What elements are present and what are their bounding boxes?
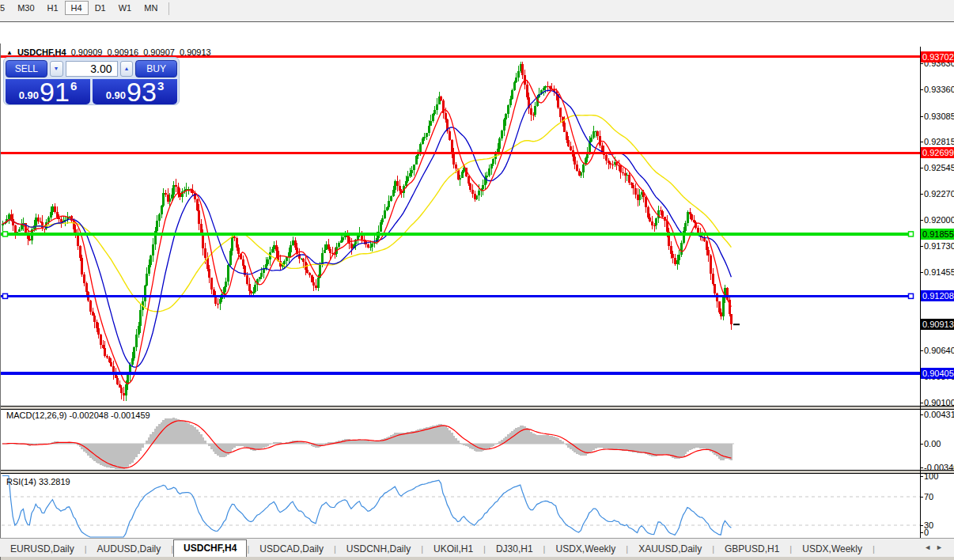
rsi-tick-label: 0 xyxy=(924,528,929,537)
tab-usdcad-daily[interactable]: USDCAD,Daily xyxy=(249,540,334,557)
macd-tick-label: 0.00 xyxy=(924,439,941,448)
chart-tab-bar: EURUSD,Daily|AUDUSD,Daily|USDCHF,H4|USDC… xyxy=(0,538,954,557)
price-tick-mark xyxy=(920,194,923,195)
price-tick-label: 0.91730 xyxy=(924,241,954,251)
ohlc-high: 0.90916 xyxy=(107,47,138,57)
tab-audusd-daily[interactable]: AUDUSD,Daily xyxy=(87,540,172,557)
moving-averages xyxy=(2,80,731,384)
buy-price-display[interactable]: 0.90 93 3 xyxy=(93,79,177,104)
tab-eurusd-daily[interactable]: EURUSD,Daily xyxy=(0,540,85,557)
tab-ukoil-h1[interactable]: UKOil,H1 xyxy=(423,540,483,557)
collapse-triangle-icon[interactable]: ▲ xyxy=(6,49,13,56)
rsi-tick-mark xyxy=(920,532,923,533)
mt4-window: 5M30H1H4D1W1MN ▲ USDCHF,H4 0.90909 0.909… xyxy=(0,0,954,560)
panel-separator[interactable] xyxy=(0,470,954,474)
price-tick-label: 0.92545 xyxy=(924,163,954,172)
tab-scroll-right-icon[interactable]: ► xyxy=(936,543,948,551)
price-tick-mark xyxy=(920,89,923,90)
price-tick-mark xyxy=(920,220,923,221)
price-tick-mark xyxy=(920,142,923,142)
sell-price-prefix: 0.90 xyxy=(19,89,39,101)
volume-decrease-button[interactable]: ▼ xyxy=(50,61,63,77)
tab-usdx-weekly[interactable]: USDX,Weekly xyxy=(792,540,873,557)
price-tick-label: 0.90100 xyxy=(924,398,954,407)
one-click-trading-panel: SELL ▼ ▲ BUY 0.90 91 6 0.90 93 3 xyxy=(3,57,180,105)
macd-histogram xyxy=(3,418,732,469)
sell-price-big-digits: 91 xyxy=(40,80,70,104)
sell-button[interactable]: SELL xyxy=(6,60,47,78)
timeframe-button-H4[interactable]: H4 xyxy=(65,1,89,15)
timeframe-toolbar: 5M30H1H4D1W1MN xyxy=(0,0,954,22)
macd-tick-mark xyxy=(920,467,923,468)
rsi-panel xyxy=(2,476,920,538)
macd-tick-mark xyxy=(920,444,923,445)
tab-scroll-arrows[interactable]: ◄► xyxy=(924,543,948,551)
chart-header: ▲ USDCHF,H4 0.90909 0.90916 0.90907 0.90… xyxy=(6,47,211,57)
volume-increase-button[interactable]: ▲ xyxy=(120,61,134,77)
ohlc-low: 0.90907 xyxy=(143,47,175,57)
tab-usdcnh-daily[interactable]: USDCNH,Daily xyxy=(336,540,421,557)
candles xyxy=(3,62,732,402)
price-tick-mark xyxy=(920,168,923,168)
ohlc-open: 0.90909 xyxy=(71,47,103,57)
timeframe-button-MN[interactable]: MN xyxy=(138,1,164,15)
price-badge-0.92699: 0.92699 xyxy=(921,147,954,158)
buy-price-big-digits: 93 xyxy=(127,80,157,104)
rsi-tick-mark xyxy=(920,497,923,498)
price-badge-0.90405: 0.90405 xyxy=(921,368,954,379)
panel-separator[interactable] xyxy=(0,406,954,410)
macd-tick-mark xyxy=(920,414,923,415)
price-tick-mark xyxy=(920,350,923,351)
line-handle-icon[interactable] xyxy=(3,293,8,298)
sell-price-pip-digit: 6 xyxy=(70,79,77,93)
ohlc-close: 0.90913 xyxy=(180,47,211,57)
buy-button[interactable]: BUY xyxy=(135,60,177,78)
price-tick-label: 0.93360 xyxy=(924,85,954,94)
sell-price-display[interactable]: 0.90 91 6 xyxy=(6,79,90,104)
tab-usdx-weekly[interactable]: USDX,Weekly xyxy=(545,540,626,557)
window-left-border xyxy=(0,44,1,560)
price-badge-0.90913: 0.90913 xyxy=(921,319,954,330)
price-tick-label: 0.92000 xyxy=(924,215,954,225)
rsi-line xyxy=(2,476,731,538)
timeframe-button-D1[interactable]: D1 xyxy=(89,1,112,15)
macd-signal-line xyxy=(2,421,731,468)
price-badge-0.93702: 0.93702 xyxy=(921,51,954,62)
macd-tick-label: 0.00431 xyxy=(924,410,954,419)
price-tick-mark xyxy=(920,63,923,64)
rsi-tick-label: 70 xyxy=(924,492,933,501)
buy-price-prefix: 0.90 xyxy=(106,89,126,101)
volume-input[interactable] xyxy=(66,61,118,77)
price-tick-label: 0.92815 xyxy=(924,137,954,146)
chart-canvas[interactable]: ▲ USDCHF,H4 0.90909 0.90916 0.90907 0.90… xyxy=(0,23,954,538)
timeframe-button-5[interactable]: 5 xyxy=(0,1,11,15)
tab-xauusd-daily[interactable]: XAUUSD,Daily xyxy=(628,540,712,557)
tab-dj30-h1[interactable]: DJ30,H1 xyxy=(486,540,543,557)
line-handle-icon[interactable] xyxy=(3,232,8,236)
timeframe-button-W1[interactable]: W1 xyxy=(112,1,138,15)
tab-scroll-left-icon[interactable]: ◄ xyxy=(924,543,936,551)
symbol-period-label: USDCHF,H4 xyxy=(17,47,66,57)
line-handle-icon[interactable] xyxy=(909,232,914,236)
timeframe-button-H1[interactable]: H1 xyxy=(41,1,65,15)
rsi-indicator-label: RSI(14) 33.2819 xyxy=(6,477,70,486)
price-tick-mark xyxy=(920,272,923,273)
buy-price-pip-digit: 3 xyxy=(157,79,164,93)
price-tick-label: 0.90640 xyxy=(924,346,954,355)
tab-usdchf-h4[interactable]: USDCHF,H4 xyxy=(173,539,247,557)
macd-indicator-label: MACD(12,26,9) -0.002048 -0.001459 xyxy=(6,411,150,420)
price-tick-label: 0.93085 xyxy=(924,112,954,121)
rsi-tick-label: 100 xyxy=(924,471,938,481)
macd-panel xyxy=(2,418,734,469)
timeframe-button-M30[interactable]: M30 xyxy=(11,1,40,15)
price-tick-label: 0.92270 xyxy=(924,189,954,199)
price-tick-label: 0.91455 xyxy=(924,267,954,277)
window-bottom-edge xyxy=(0,557,954,560)
tab-separator: | xyxy=(873,544,875,557)
tab-gbpusd-h1[interactable]: GBPUSD,H1 xyxy=(714,540,789,557)
line-handle-icon[interactable] xyxy=(909,293,914,298)
price-badge-0.91855: 0.91855 xyxy=(921,229,954,240)
toolbar-separator xyxy=(168,2,169,15)
price-tick-mark xyxy=(920,403,923,403)
price-tick-mark xyxy=(920,116,923,117)
